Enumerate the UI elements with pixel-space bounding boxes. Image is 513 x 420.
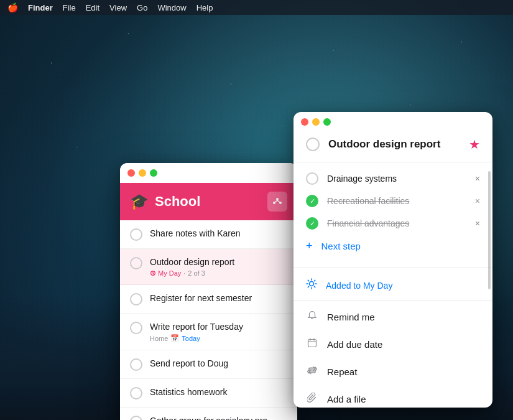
close-button[interactable] [127,169,135,177]
school-title: 🎓 School [130,193,200,210]
help-menu[interactable]: Help [196,3,213,12]
calendar-icon [306,338,318,350]
task-checkbox[interactable] [130,387,142,399]
school-task-list: Share notes with Karen Outdoor design re… [120,220,297,420]
myday-label: Added to My Day [326,281,392,291]
detail-subtask-list: Drainage systems × ✓ Recreational facili… [293,162,492,263]
view-menu[interactable]: View [109,3,127,12]
remind-me-label: Remind me [327,312,375,322]
task-content: Outdoor design report My Day · 2 of 3 [150,256,234,277]
school-emoji: 🎓 [130,193,149,210]
subtask-item[interactable]: Drainage systems × [293,167,492,190]
edit-menu[interactable]: Edit [86,3,99,12]
task-checkbox[interactable] [130,358,142,371]
task-checkbox[interactable] [130,293,142,306]
detail-title-text: Outdoor design report [328,138,460,151]
svg-line-4 [277,200,280,203]
divider [293,268,492,268]
school-header: 🎓 School [120,183,297,220]
svg-rect-15 [308,340,317,347]
add-due-date-label: Add due date [327,339,382,350]
task-checkbox[interactable] [130,228,142,241]
svg-line-13 [314,280,315,281]
task-label: Gather group for sociology pro... [150,415,287,420]
subtask-label: Drainage systems [327,174,466,184]
task-label: Send report to Doug [150,358,287,369]
repeat-label: Repeat [327,366,357,377]
window-menu[interactable]: Window [157,3,186,12]
divider2 [293,300,492,301]
task-label: Statistics homework [150,386,287,398]
repeat-icon [306,365,318,378]
menubar: 🍎 Finder File Edit View Go Window Help [0,0,513,15]
task-sub: Home 📅 Today [150,334,243,342]
subtask-delete[interactable]: × [475,174,480,184]
subtask-item-completed[interactable]: ✓ Recreational facilities × [293,190,492,212]
detail-close-button[interactable] [301,118,308,126]
task-item[interactable]: Send report to Doug [120,350,297,379]
task-sub: My Day · 2 of 3 [150,269,234,277]
detail-header: Outdoor design report ★ [293,132,492,162]
star-icon[interactable]: ★ [469,137,480,152]
task-item[interactable]: Gather group for sociology pro... [120,408,297,420]
task-label: Outdoor design report [150,256,234,268]
detail-window: Outdoor design report ★ Drainage systems… [293,112,492,408]
home-label: Home [150,335,168,342]
today-label: Today [182,335,200,342]
maximize-button[interactable] [150,169,157,177]
subtask-label: Recreational facilities [327,196,466,206]
myday-section[interactable]: Added to My Day [293,273,492,297]
dot-separator: · [183,269,185,277]
subtask-delete[interactable]: × [475,218,480,228]
next-step-label: Next step [321,241,361,251]
share-icon[interactable] [267,192,287,212]
school-title-text: School [155,194,200,210]
task-item-report[interactable]: Write report for Tuesday Home 📅 Today [120,314,297,350]
detail-task-circle[interactable] [306,138,320,151]
svg-line-3 [274,200,277,203]
task-checkbox[interactable] [130,322,142,334]
paperclip-icon [306,393,318,405]
remind-me-option[interactable]: Remind me [293,303,492,330]
scrollbar[interactable] [488,171,491,289]
add-file-option[interactable]: Add a file [293,385,492,408]
svg-line-14 [308,286,308,287]
add-due-date-option[interactable]: Add due date [293,330,492,358]
svg-point-6 [310,282,314,286]
detail-titlebar [293,112,492,132]
subtask-label: Financial advantages [327,218,466,228]
apple-menu-icon[interactable]: 🍎 [7,2,18,12]
task-item[interactable]: Register for next semester [120,285,297,314]
minimize-button[interactable] [139,169,146,177]
finder-menu[interactable]: Finder [28,3,53,12]
task-item[interactable]: Statistics homework [120,379,297,408]
task-item-outdoor[interactable]: Outdoor design report My Day · 2 of 3 [120,249,297,285]
task-checkbox[interactable] [130,416,142,420]
task-label: Share notes with Karen [150,228,287,239]
repeat-option[interactable]: Repeat [293,358,492,385]
subtask-checkbox[interactable] [306,172,318,185]
subtask-checkbox-completed[interactable]: ✓ [306,195,318,207]
add-next-step[interactable]: + Next step [293,235,492,258]
count-label: 2 of 3 [188,269,205,277]
svg-point-0 [276,198,279,200]
plus-icon: + [306,240,313,253]
myday-sun-icon [306,278,317,292]
task-item[interactable]: Share notes with Karen [120,220,297,249]
calendar-icon: 📅 [170,334,179,342]
add-file-label: Add a file [327,394,366,404]
task-checkbox[interactable] [130,257,142,269]
detail-maximize-button[interactable] [323,118,331,126]
subtask-item-completed[interactable]: ✓ Financial advantages × [293,212,492,235]
school-titlebar [120,163,297,183]
subtask-checkbox-completed[interactable]: ✓ [306,217,318,230]
go-menu[interactable]: Go [137,3,147,12]
myday-badge: My Day [150,269,181,277]
file-menu[interactable]: File [63,3,76,12]
task-content: Write report for Tuesday Home 📅 Today [150,321,243,342]
subtask-delete[interactable]: × [475,196,480,206]
detail-minimize-button[interactable] [312,118,320,126]
svg-line-12 [314,286,315,287]
task-label: Register for next semester [150,292,287,304]
task-label: Write report for Tuesday [150,321,243,332]
